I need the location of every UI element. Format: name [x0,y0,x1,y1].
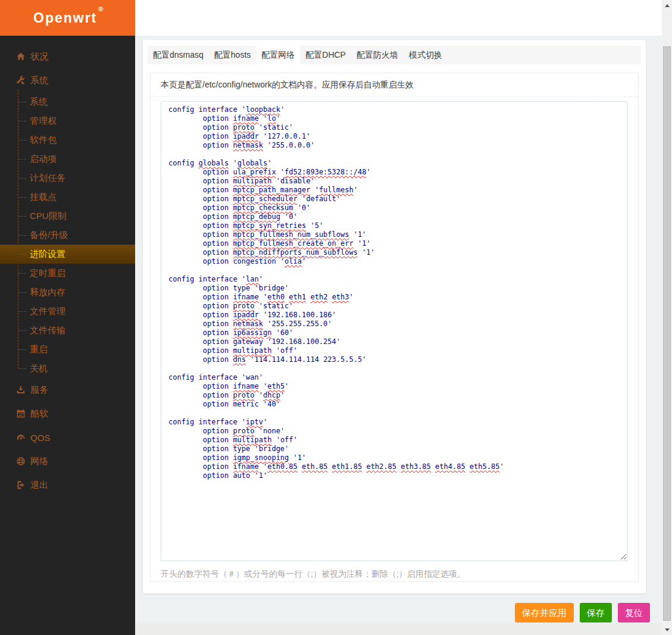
content-card: 配置dnsmasq配置hosts配置网络配置DHCP配置防火墙模式切换 本页是配… [143,40,646,593]
config-line: option mptcp_scheduler 'default' [168,195,627,204]
config-line: option congestion 'olia' [168,257,627,266]
sidebar-item-system[interactable]: 系统 [0,68,135,92]
sidebar-item-label: 酷软 [30,408,48,420]
reset-button[interactable]: 复位 [618,603,650,623]
system-submenu: 系统管理权软件包启动项计划任务挂载点CPU限制备份/升级进阶设置定时重启释放内存… [0,92,135,378]
sidebar-subitem-file-transfer[interactable]: 文件传输 [0,321,135,340]
config-line: option ipaddr '127.0.0.1' [168,132,627,141]
tab-config-hosts[interactable]: 配置hosts [209,46,256,64]
config-line: option mptcp_fullmesh_create_on_err '1' [168,239,627,248]
config-line: option mptcp_path_manager 'fullmesh' [168,186,627,195]
sidebar-subitem-system[interactable]: 系统 [0,92,135,111]
main-area: 配置dnsmasq配置hosts配置网络配置DHCP配置防火墙模式切换 本页是配… [135,36,662,623]
sidebar-subitem-scheduled-reboot[interactable]: 定时重启 [0,264,135,283]
sidebar-subitem-access-control[interactable]: 管理权 [0,111,135,130]
config-line: config interface 'wan' [168,373,627,382]
tools-icon [16,76,26,85]
sidebar-item-label: 网络 [30,456,48,467]
sidebar-subitem-shutdown[interactable]: 关机 [0,359,135,378]
config-line: option mptcp_syn_retries '5' [168,221,627,230]
config-line: option proto 'dhcp' [168,391,627,400]
sidebar-item-network[interactable]: 网络 [0,449,135,473]
config-line: option metric '40' [168,400,627,409]
sidebar-item-services[interactable]: 服务 [0,378,135,402]
registered-mark: ® [98,5,103,12]
config-line [168,150,627,159]
tab-mode-switch[interactable]: 模式切换 [404,46,448,64]
action-buttons: 保存并应用 保存 复位 [135,603,650,623]
scroll-up-icon[interactable] [662,1,672,10]
save-apply-button[interactable]: 保存并应用 [515,603,574,623]
sidebar-subitem-software[interactable]: 软件包 [0,130,135,149]
brand-name: Openwrt [33,10,97,26]
save-button[interactable]: 保存 [580,603,612,623]
sidebar-subitem-startup[interactable]: 启动项 [0,149,135,168]
config-line: option multipath 'off' [168,346,627,355]
sidebar-subitem-advanced-settings[interactable]: 进阶设置 [0,245,135,264]
config-line: option netmask '255.0.0.0' [168,141,627,150]
config-line: option mptcp_ndiffports_num_subflows '1' [168,248,627,257]
config-line: config globals 'globals' [168,159,627,168]
sidebar-subitem-reboot[interactable]: 重启 [0,340,135,359]
browser-scrollbar[interactable] [662,0,672,635]
sidebar-item-label: 系统 [30,75,48,86]
config-textarea[interactable]: config interface 'loopback' option ifnam… [161,101,628,561]
config-line: option mptcp_debug '0' [168,212,627,221]
gauge-icon [16,433,26,442]
home-icon [16,52,26,61]
tab-config-dnsmasq[interactable]: 配置dnsmasq [148,46,209,64]
sidebar-item-label: QOS [30,433,50,443]
sidebar-subitem-scheduled-tasks[interactable]: 计划任务 [0,168,135,187]
config-line: option ula_prefix 'fd52:893e:5328::/48' [168,168,627,177]
config-line: option ifname 'eth5' [168,382,627,391]
config-line: option multipath 'off' [168,436,627,445]
tab-config-dhcp[interactable]: 配置DHCP [300,46,351,64]
sidebar: Openwrt® 状况系统系统管理权软件包启动项计划任务挂载点CPU限制备份/升… [0,0,135,635]
config-line: option ifname 'eth0 eth1 eth2 eth3' [168,293,627,302]
config-line: option auto '1' [168,471,627,480]
config-line: config interface 'iptv' [168,418,627,427]
brand-logo: Openwrt® [0,0,135,36]
sidebar-subitem-backup-upgrade[interactable]: 备份/升级 [0,226,135,245]
sidebar-item-logout[interactable]: 退出 [0,473,135,497]
config-line: option dns '114.114.114.114 223.5.5.5' [168,355,627,364]
config-line: option multipath 'disable' [168,177,627,186]
config-footnote: 开头的数字符号（＃）或分号的每一行（;）被视为注释；删除（;）启用指定选项。 [151,561,638,582]
logout-icon [16,480,26,490]
config-line [168,266,627,275]
scroll-down-icon[interactable] [662,625,672,634]
config-line: config interface 'lan' [168,275,627,284]
config-line: config interface 'loopback' [168,105,627,114]
sidebar-subitem-cpu-limit[interactable]: CPU限制 [0,207,135,226]
config-line: option ifname 'eth0.85 eth.85 eth1.85 et… [168,462,627,471]
scrollbar-thumb[interactable] [663,46,671,621]
config-tab-bar: 配置dnsmasq配置hosts配置网络配置DHCP配置防火墙模式切换 [148,46,641,64]
config-line: option ifname 'lo' [168,114,627,123]
config-line: option ip6assign '60' [168,329,627,337]
sidebar-item-status[interactable]: 状况 [0,45,135,68]
sidebar-item-label: 服务 [30,384,48,396]
config-line: option igmp_snooping '1' [168,453,627,462]
config-line: option type 'bridge' [168,284,627,293]
sidebar-item-koolshare[interactable]: 酷软 [0,402,135,426]
calendar-icon [16,409,26,418]
sidebar-subitem-free-memory[interactable]: 释放内存 [0,283,135,302]
sidebar-subitem-mount-points[interactable]: 挂载点 [0,187,135,207]
tab-config-network[interactable]: 配置网络 [256,46,300,64]
sidebar-item-label: 状况 [30,51,48,62]
config-section: 本页是配置/etc/config/network的文档内容。应用保存后自动重启生… [150,73,639,582]
page-footer-strip [135,623,662,635]
config-line [168,364,627,373]
sidebar-nav: 状况系统系统管理权软件包启动项计划任务挂载点CPU限制备份/升级进阶设置定时重启… [0,36,135,497]
config-line: option mptcp_checksum '0' [168,204,627,212]
config-description: 本页是配置/etc/config/network的文档内容。应用保存后自动重启生… [151,73,638,97]
config-line: option proto 'static' [168,123,627,132]
config-line [168,409,627,418]
config-line: option type 'bridge' [168,445,627,453]
config-line: option netmask '255.255.255.0' [168,320,627,329]
sidebar-subitem-file-manager[interactable]: 文件管理 [0,302,135,321]
config-line: option ipaddr '192.168.100.186' [168,311,627,320]
tab-config-firewall[interactable]: 配置防火墙 [351,46,404,64]
sidebar-item-qos[interactable]: QOS [0,426,135,449]
download-icon [16,385,26,395]
